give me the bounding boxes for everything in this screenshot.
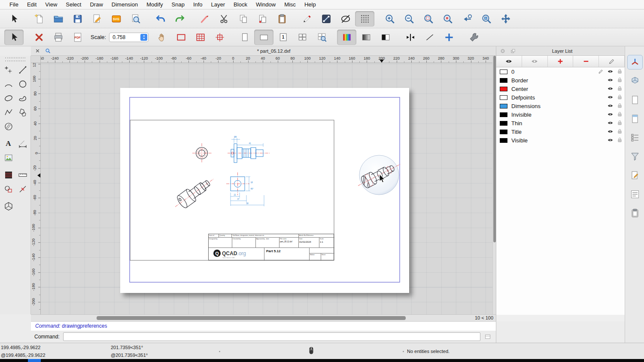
zoom-window-button[interactable] — [477, 11, 496, 27]
layer-lock-toggle[interactable] — [617, 111, 623, 119]
menu-modify[interactable]: Modify — [142, 1, 167, 8]
arc-tool-button[interactable] — [2, 77, 15, 90]
layer-color-swatch[interactable] — [500, 95, 507, 100]
full-color-button[interactable] — [337, 30, 356, 45]
layer-color-swatch[interactable] — [500, 78, 507, 83]
drawing-canvas[interactable]: Ø8 41 — [41, 63, 492, 314]
layer-visibility-toggle[interactable] — [607, 128, 614, 136]
show-all-layers-button[interactable] — [496, 56, 522, 67]
layer-visibility-toggle[interactable] — [607, 137, 614, 145]
layer-row-defpoints[interactable]: Defpoints — [496, 93, 625, 102]
layer-row-thin[interactable]: Thin — [496, 119, 625, 127]
palette-drag-handle[interactable] — [5, 57, 25, 61]
layer-row-visible[interactable]: Visible — [496, 136, 625, 145]
property-editor-toggle[interactable] — [627, 55, 643, 69]
copy-button[interactable] — [234, 11, 253, 27]
edit-drawing-button[interactable] — [87, 11, 106, 27]
hide-all-layers-button[interactable] — [522, 56, 548, 67]
scale-stepper[interactable]: ▲▼ — [140, 34, 147, 41]
grayscale-button[interactable] — [356, 30, 376, 45]
zoom-selection-button[interactable] — [438, 11, 457, 27]
pattern-tool-button[interactable] — [2, 168, 15, 181]
menu-file[interactable]: File — [5, 1, 23, 8]
move-page-button[interactable] — [152, 30, 171, 45]
spline-tool-button[interactable] — [16, 91, 29, 105]
cut-button[interactable] — [214, 11, 234, 27]
template-panel-toggle[interactable] — [627, 112, 643, 126]
ellipse-entity-button[interactable] — [336, 11, 355, 27]
layer-visibility-toggle[interactable] — [607, 120, 614, 127]
menu-select[interactable]: Select — [61, 1, 85, 8]
layer-color-swatch[interactable] — [500, 112, 507, 117]
menu-misc[interactable]: Misc — [280, 1, 300, 8]
new-file-button[interactable] — [29, 11, 49, 27]
single-page-button[interactable]: 1 — [273, 30, 293, 45]
paste-button[interactable] — [272, 11, 292, 27]
pan-button[interactable] — [496, 11, 515, 27]
cut-reference-button[interactable] — [195, 11, 214, 27]
auto-zoom-button[interactable] — [419, 11, 438, 27]
text-tool-button[interactable]: A — [2, 137, 15, 150]
copy-reference-button[interactable] — [253, 11, 272, 27]
layer-lock-toggle[interactable] — [617, 68, 623, 76]
layer-color-swatch[interactable] — [500, 69, 507, 74]
view-magnifier-icon[interactable] — [44, 47, 52, 55]
remove-layer-button[interactable] — [573, 56, 599, 67]
menu-snap[interactable]: Snap — [167, 1, 189, 8]
layer-lock-toggle[interactable] — [617, 120, 623, 127]
tools-button[interactable] — [464, 30, 483, 45]
black-white-button[interactable] — [376, 30, 395, 45]
print-button[interactable] — [49, 30, 68, 45]
layer-row-dimensions[interactable]: Dimensions — [496, 102, 625, 110]
horizontal-scrollbar[interactable]: 10 < 100 — [31, 314, 496, 321]
layer-lock-toggle[interactable] — [617, 85, 623, 93]
layer-row-0[interactable]: 0 — [496, 67, 625, 76]
menu-dimension[interactable]: Dimension — [107, 1, 142, 8]
sheet-panel-toggle[interactable] — [627, 93, 643, 107]
layer-visibility-toggle[interactable] — [607, 94, 614, 102]
redo-button[interactable] — [170, 11, 189, 27]
menu-info[interactable]: Info — [189, 1, 207, 8]
page-origin-button[interactable] — [210, 30, 229, 45]
lineweight-button[interactable] — [401, 30, 420, 45]
layer-row-invisible[interactable]: Invisible — [496, 110, 625, 119]
list-panel-toggle[interactable] — [627, 130, 643, 145]
menu-draw[interactable]: Draw — [85, 1, 107, 8]
layer-visibility-toggle[interactable] — [607, 77, 614, 84]
zoom-out-button[interactable] — [399, 11, 419, 27]
horizontal-scrollbar-thumb[interactable] — [97, 316, 406, 320]
landscape-page-button[interactable] — [254, 30, 273, 45]
save-file-button[interactable] — [68, 11, 87, 27]
layer-color-swatch[interactable] — [500, 138, 507, 143]
point-tool-button[interactable] — [2, 63, 15, 76]
measure-tool-button[interactable] — [16, 168, 29, 181]
close-document-icon[interactable] — [33, 47, 41, 55]
panel-float-icon[interactable] — [509, 47, 517, 55]
menu-edit[interactable]: Edit — [23, 1, 41, 8]
pointer-mode-button[interactable] — [4, 30, 24, 45]
menu-block[interactable]: Block — [229, 1, 252, 8]
command-input[interactable] — [63, 332, 480, 341]
add-layer-button[interactable] — [548, 56, 574, 67]
layer-color-swatch[interactable] — [500, 130, 507, 134]
layer-color-swatch[interactable] — [500, 121, 507, 126]
hatch-tool-button[interactable] — [2, 120, 15, 133]
zoom-in-button[interactable] — [380, 11, 399, 27]
layer-color-swatch[interactable] — [500, 104, 507, 109]
multi-page-button[interactable] — [191, 30, 210, 45]
layer-lock-toggle[interactable] — [617, 103, 623, 110]
polyline-tool-button[interactable] — [2, 106, 15, 119]
report-panel-toggle[interactable] — [627, 168, 643, 183]
panel-close-icon[interactable] — [499, 47, 507, 55]
menu-window[interactable]: Window — [252, 1, 280, 8]
selection-pointer-button[interactable] — [4, 11, 24, 27]
zoom-page-button[interactable] — [312, 30, 331, 45]
layer-color-swatch[interactable] — [500, 87, 507, 91]
layer-visibility-toggle[interactable] — [607, 103, 614, 110]
close-drawing-button[interactable] — [29, 30, 49, 45]
vertical-scrollbar[interactable] — [492, 56, 496, 314]
undo-button[interactable] — [151, 11, 170, 27]
draw-pen-button[interactable] — [297, 11, 316, 27]
layer-lock-toggle[interactable] — [617, 137, 623, 145]
print-preview-button[interactable] — [126, 11, 145, 27]
